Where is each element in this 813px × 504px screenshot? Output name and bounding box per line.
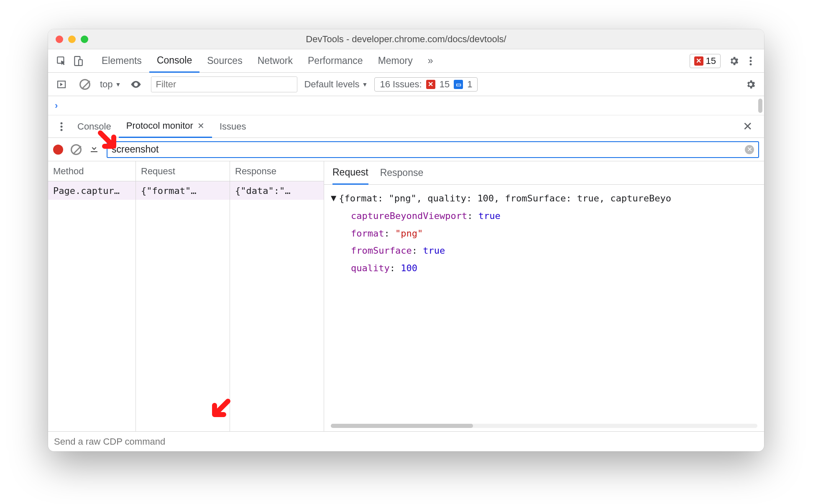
protocol-filter-input[interactable]: screenshot ✕: [107, 141, 759, 158]
horizontal-scrollbar-thumb[interactable]: [331, 424, 473, 428]
chevron-right-icon: ›: [55, 100, 58, 111]
console-prompt[interactable]: ›: [48, 96, 764, 115]
console-filter-input[interactable]: [151, 76, 297, 92]
console-toolbar: top▼ Default levels▼ 16 Issues: ✕ 15 ▭ 1: [48, 73, 764, 96]
cdp-command-input[interactable]: [54, 436, 758, 447]
error-icon: ✕: [426, 80, 435, 89]
drawer-tab-bar: Console Protocol monitor ✕ Issues ✕: [48, 115, 764, 138]
window-traffic-lights: [56, 36, 88, 43]
settings-icon[interactable]: [726, 53, 742, 69]
tabs-overflow-button[interactable]: »: [420, 49, 441, 73]
devtools-window: DevTools - developer.chrome.com/docs/dev…: [48, 29, 764, 451]
tab-network[interactable]: Network: [250, 49, 300, 73]
cell-response: {"data":"…: [230, 181, 324, 200]
svg-point-3: [750, 56, 752, 59]
tab-sources[interactable]: Sources: [199, 49, 250, 73]
svg-rect-2: [79, 59, 82, 65]
record-button[interactable]: [53, 145, 63, 155]
window-titlebar: DevTools - developer.chrome.com/docs/dev…: [48, 29, 764, 49]
json-viewer[interactable]: ▼{format: "png", quality: 100, fromSurfa…: [324, 185, 764, 431]
detail-tab-request[interactable]: Request: [332, 161, 368, 185]
table-header-row: Method Request Response: [48, 161, 324, 181]
svg-point-4: [750, 60, 752, 62]
toggle-sidebar-icon[interactable]: [53, 76, 70, 93]
col-method[interactable]: Method: [48, 161, 136, 181]
tab-memory[interactable]: Memory: [371, 49, 420, 73]
cell-method: Page.captur…: [48, 181, 136, 200]
drawer-tab-console[interactable]: Console: [70, 115, 119, 138]
minimize-window-button[interactable]: [68, 36, 76, 43]
kebab-menu-icon[interactable]: [742, 53, 759, 69]
clear-filter-icon[interactable]: ✕: [745, 145, 754, 154]
close-drawer-icon[interactable]: ✕: [736, 120, 759, 133]
tab-performance[interactable]: Performance: [300, 49, 371, 73]
cell-request: {"format"…: [136, 181, 230, 200]
protocol-monitor-body: Method Request Response Page.captur… {"f…: [48, 161, 764, 431]
caret-down-icon: ▼: [362, 81, 368, 88]
close-window-button[interactable]: [56, 36, 63, 43]
svg-point-5: [750, 63, 752, 65]
main-tab-bar: Elements Console Sources Network Perform…: [48, 49, 764, 73]
clear-icon: [71, 144, 82, 155]
zoom-window-button[interactable]: [81, 36, 88, 43]
inspect-element-icon[interactable]: [53, 53, 70, 69]
close-tab-icon[interactable]: ✕: [197, 121, 205, 131]
window-title: DevTools - developer.chrome.com/docs/dev…: [48, 34, 764, 45]
detail-tab-response[interactable]: Response: [380, 161, 424, 185]
caret-down-icon: ▼: [115, 81, 121, 88]
drawer-kebab-icon[interactable]: [53, 118, 70, 135]
col-response[interactable]: Response: [230, 161, 324, 181]
col-request[interactable]: Request: [136, 161, 230, 181]
table-row[interactable]: Page.captur… {"format"… {"data":"…: [48, 181, 324, 200]
tab-elements[interactable]: Elements: [94, 49, 149, 73]
info-icon: ▭: [454, 80, 463, 89]
eye-icon[interactable]: [128, 76, 144, 93]
scrollbar-thumb[interactable]: [758, 99, 762, 113]
protocol-monitor-toolbar: screenshot ✕: [48, 138, 764, 161]
download-button[interactable]: [89, 143, 99, 156]
expand-triangle-icon[interactable]: ▼: [331, 189, 336, 207]
error-count-badge[interactable]: ✕ 15: [690, 54, 721, 68]
console-settings-icon[interactable]: [742, 76, 759, 93]
table-empty-area: [48, 200, 324, 431]
svg-point-9: [61, 129, 63, 131]
log-levels-selector[interactable]: Default levels▼: [304, 79, 368, 90]
svg-point-7: [61, 122, 63, 124]
device-toolbar-icon[interactable]: [70, 53, 87, 69]
svg-point-8: [61, 125, 63, 127]
issues-summary[interactable]: 16 Issues: ✕ 15 ▭ 1: [374, 77, 478, 92]
record-icon: [53, 145, 63, 155]
clear-button[interactable]: [71, 144, 82, 155]
drawer-tab-issues[interactable]: Issues: [212, 115, 254, 138]
protocol-detail-pane: Request Response ▼{format: "png", qualit…: [324, 161, 764, 431]
detail-tab-bar: Request Response: [324, 161, 764, 185]
cdp-command-bar: [48, 431, 764, 451]
protocol-table: Method Request Response Page.captur… {"f…: [48, 161, 324, 431]
error-icon: ✕: [694, 56, 703, 66]
tab-console[interactable]: Console: [149, 49, 199, 73]
clear-console-icon[interactable]: [77, 76, 93, 93]
context-selector[interactable]: top▼: [100, 79, 121, 90]
drawer-tab-protocol-monitor[interactable]: Protocol monitor ✕: [119, 115, 212, 138]
